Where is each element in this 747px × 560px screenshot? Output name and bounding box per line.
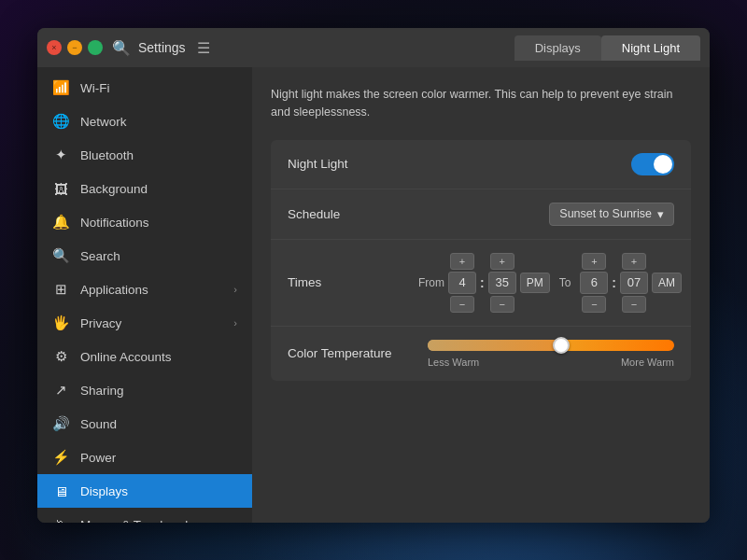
from-hour-down[interactable]: −	[450, 296, 474, 313]
schedule-label: Schedule	[288, 207, 418, 221]
times-label: Times	[288, 275, 418, 289]
background-icon: 🖼	[52, 180, 69, 197]
sidebar-item-notifications[interactable]: 🔔 Notifications	[37, 205, 252, 239]
to-hour-down[interactable]: −	[582, 296, 606, 313]
close-button[interactable]: ×	[47, 40, 62, 55]
sidebar-item-wifi[interactable]: 📶 Wi-Fi	[37, 71, 252, 105]
bluetooth-icon: ✦	[52, 147, 69, 163]
from-minute-down[interactable]: −	[490, 296, 514, 313]
search-icon[interactable]: 🔍	[112, 38, 131, 57]
slider-labels: Less Warm More Warm	[428, 357, 674, 368]
night-light-panel: Night Light Schedule Sunset to Sunrise ▾	[271, 140, 691, 381]
to-colon: :	[612, 275, 616, 290]
window-title: Settings	[138, 40, 186, 55]
window-body: 📶 Wi-Fi 🌐 Network ✦ Bluetooth 🖼 Backgrou…	[37, 67, 710, 523]
color-temp-control: Less Warm More Warm	[428, 340, 674, 368]
sidebar: 📶 Wi-Fi 🌐 Network ✦ Bluetooth 🖼 Backgrou…	[37, 67, 252, 523]
slider-thumb[interactable]	[553, 337, 570, 354]
menu-icon[interactable]: ☰	[197, 39, 210, 57]
sidebar-item-network[interactable]: 🌐 Network	[37, 105, 252, 138]
sidebar-item-sound[interactable]: 🔊 Sound	[37, 407, 252, 441]
to-minute-up[interactable]: +	[622, 253, 646, 270]
sidebar-item-search[interactable]: 🔍 Search	[37, 239, 252, 273]
color-temp-row: Color Temperature Less Warm More Warm	[271, 327, 691, 381]
to-hour-value[interactable]: 6	[580, 272, 608, 294]
from-colon: :	[480, 275, 485, 290]
sidebar-label-search: Search	[80, 249, 120, 263]
wifi-icon: 📶	[52, 79, 69, 96]
search-sidebar-icon: 🔍	[52, 247, 69, 264]
sidebar-label-power: Power	[80, 451, 116, 465]
minimize-button[interactable]: −	[67, 40, 82, 55]
bell-icon: 🔔	[52, 214, 69, 231]
sidebar-label-network: Network	[80, 115, 127, 129]
to-label: To	[559, 276, 571, 289]
to-hour-block: + 6 −	[580, 253, 608, 313]
schedule-control: Sunset to Sunrise ▾	[418, 203, 674, 226]
night-light-label: Night Light	[288, 157, 418, 171]
sidebar-item-privacy[interactable]: 🖐 Privacy ›	[37, 306, 252, 340]
times-control: From + 4 − : + 35 −	[418, 253, 682, 313]
from-minute-value[interactable]: 35	[488, 272, 516, 294]
privacy-icon: 🖐	[52, 315, 69, 331]
color-temp-slider-track[interactable]	[428, 340, 674, 351]
sidebar-label-privacy: Privacy	[80, 316, 121, 330]
from-hour-up[interactable]: +	[450, 253, 474, 270]
tab-displays[interactable]: Displays	[514, 35, 601, 61]
accounts-icon: ⚙	[52, 348, 69, 365]
sidebar-label-mouse-touchpad: Mouse & Touchpad	[80, 518, 188, 524]
power-icon: ⚡	[52, 449, 69, 466]
maximize-button[interactable]	[88, 40, 103, 55]
sidebar-item-background[interactable]: 🖼 Background	[37, 172, 252, 205]
schedule-dropdown[interactable]: Sunset to Sunrise ▾	[549, 203, 674, 226]
network-icon: 🌐	[52, 113, 69, 130]
times-row: Times From + 4 − : + 35	[271, 240, 691, 327]
sidebar-label-wifi: Wi-Fi	[80, 81, 109, 95]
from-hour-block: + 4 −	[448, 253, 476, 313]
sidebar-label-online-accounts: Online Accounts	[80, 350, 172, 364]
mouse-icon: 🖱	[52, 516, 69, 523]
to-minute-block: + 07 −	[620, 253, 648, 313]
night-light-description: Night light makes the screen color warme…	[271, 86, 691, 121]
chevron-down-icon: ▾	[657, 207, 664, 221]
sound-icon: 🔊	[52, 415, 69, 432]
sidebar-item-displays[interactable]: 🖥 Displays	[37, 474, 252, 508]
sidebar-label-background: Background	[80, 182, 148, 196]
display-icon: 🖥	[52, 483, 69, 499]
tab-bar: Displays Night Light	[514, 35, 700, 61]
to-ampm[interactable]: AM	[652, 273, 682, 293]
from-minute-block: + 35 −	[488, 253, 516, 313]
settings-window: × − 🔍 Settings ☰ Displays Night Light 📶 …	[37, 28, 710, 523]
sidebar-item-sharing[interactable]: ↗ Sharing	[37, 373, 252, 407]
color-temp-label: Color Temperature	[288, 346, 418, 360]
chevron-right-icon-2: ›	[233, 317, 237, 329]
sidebar-label-notifications: Notifications	[80, 216, 149, 230]
from-label: From	[418, 276, 444, 289]
from-hour-value[interactable]: 4	[448, 272, 476, 294]
sidebar-item-applications[interactable]: ⊞ Applications ›	[37, 273, 252, 306]
from-minute-up[interactable]: +	[490, 253, 514, 270]
titlebar: × − 🔍 Settings ☰ Displays Night Light	[37, 28, 710, 67]
night-light-toggle[interactable]	[631, 153, 674, 175]
sidebar-item-online-accounts[interactable]: ⚙ Online Accounts	[37, 340, 252, 373]
tab-night-light[interactable]: Night Light	[601, 35, 700, 61]
to-hour-up[interactable]: +	[582, 253, 606, 270]
sidebar-item-bluetooth[interactable]: ✦ Bluetooth	[37, 138, 252, 172]
more-warm-label: More Warm	[621, 357, 674, 368]
schedule-value: Sunset to Sunrise	[559, 207, 652, 220]
to-minute-value[interactable]: 07	[620, 272, 648, 294]
sidebar-item-mouse-touchpad[interactable]: 🖱 Mouse & Touchpad	[37, 508, 252, 523]
sidebar-label-bluetooth: Bluetooth	[80, 148, 134, 162]
sharing-icon: ↗	[52, 382, 69, 399]
sidebar-item-power[interactable]: ⚡ Power	[37, 441, 252, 474]
night-light-row: Night Light	[271, 140, 691, 189]
main-content: Night light makes the screen color warme…	[252, 67, 710, 523]
night-light-control	[418, 153, 674, 175]
sidebar-label-sharing: Sharing	[80, 384, 124, 398]
schedule-row: Schedule Sunset to Sunrise ▾	[271, 189, 691, 240]
to-minute-down[interactable]: −	[622, 296, 646, 313]
from-ampm[interactable]: PM	[520, 273, 550, 293]
sidebar-label-displays: Displays	[80, 484, 128, 498]
slider-fill	[428, 340, 563, 351]
apps-icon: ⊞	[52, 281, 69, 298]
